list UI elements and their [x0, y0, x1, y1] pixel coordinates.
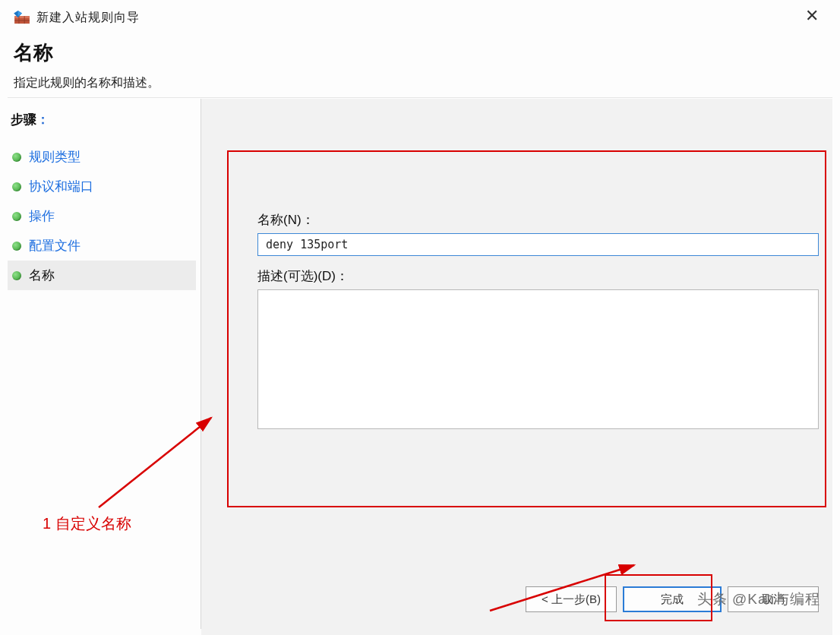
svg-rect-4 — [24, 16, 25, 24]
finish-button[interactable]: 完成 — [623, 586, 722, 612]
bullet-icon — [12, 271, 21, 280]
name-label: 名称(N)： — [257, 211, 819, 229]
annotation-text-1: 1 自定义名称 — [43, 513, 131, 534]
divider — [8, 97, 832, 98]
step-label: 规则类型 — [29, 148, 81, 166]
svg-rect-2 — [14, 21, 30, 21]
step-label: 协议和端口 — [29, 178, 93, 195]
svg-line-6 — [99, 418, 211, 507]
bullet-icon — [12, 212, 21, 221]
step-label: 操作 — [29, 207, 55, 225]
main-panel: 名称(N)： 描述(可选)(D)： < 上一步(B) 完成 取消 — [201, 99, 832, 635]
page-title: 名称 — [14, 39, 826, 66]
svg-rect-1 — [14, 16, 30, 18]
bullet-icon — [12, 182, 21, 191]
svg-rect-3 — [19, 16, 20, 24]
description-label: 描述(可选)(D)： — [257, 267, 819, 285]
page-subtitle: 指定此规则的名称和描述。 — [14, 75, 826, 91]
titlebar: 新建入站规则向导 ✕ — [14, 6, 831, 29]
window-title: 新建入站规则向导 — [36, 10, 140, 26]
cancel-button[interactable]: 取消 — [728, 586, 819, 612]
back-button[interactable]: < 上一步(B) — [526, 586, 617, 612]
step-name[interactable]: 名称 — [8, 261, 196, 290]
wizard-buttons: < 上一步(B) 完成 取消 — [526, 586, 819, 612]
step-profile[interactable]: 配置文件 — [8, 231, 196, 261]
steps-sidebar: 步骤： 规则类型 协议和端口 操作 配置文件 名称 — [8, 106, 196, 290]
name-input[interactable] — [257, 233, 819, 256]
step-rule-type[interactable]: 规则类型 — [8, 142, 196, 172]
wizard-header: 名称 指定此规则的名称和描述。 — [14, 39, 826, 91]
description-field-block: 描述(可选)(D)： — [257, 267, 819, 432]
step-label: 配置文件 — [29, 237, 81, 254]
firewall-icon — [14, 11, 30, 24]
step-action[interactable]: 操作 — [8, 201, 196, 231]
bullet-icon — [12, 153, 21, 162]
steps-heading: 步骤： — [11, 111, 196, 128]
name-field-block: 名称(N)： — [257, 211, 819, 256]
close-icon[interactable]: ✕ — [799, 6, 825, 26]
description-input[interactable] — [257, 289, 819, 429]
annotation-arrow-1 — [84, 409, 220, 515]
step-protocol-ports[interactable]: 协议和端口 — [8, 172, 196, 201]
wizard-window: 新建入站规则向导 ✕ 名称 指定此规则的名称和描述。 步骤： 规则类型 协议和端… — [0, 0, 840, 635]
step-label: 名称 — [29, 267, 55, 284]
bullet-icon — [12, 242, 21, 251]
